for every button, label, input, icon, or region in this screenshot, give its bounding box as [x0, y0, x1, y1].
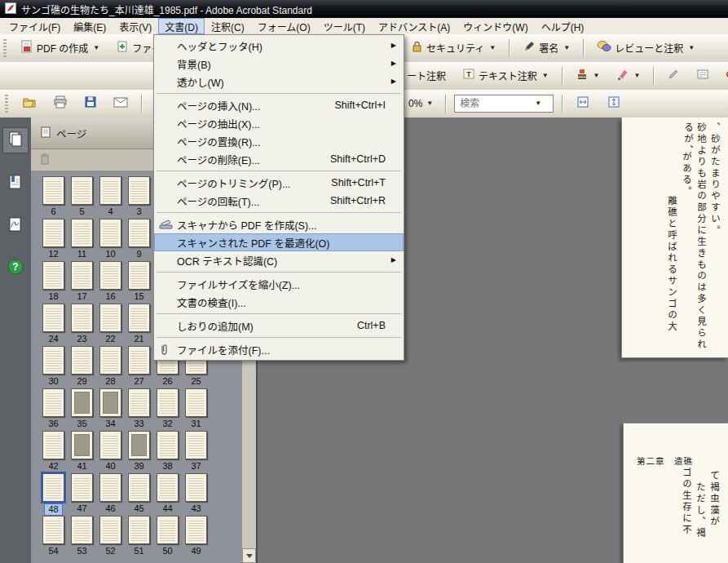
menubar-item[interactable]: アドバンスト(A)	[372, 18, 457, 34]
menu-item[interactable]: しおりの追加(M)Ctrl+B	[154, 317, 404, 335]
menu-item[interactable]: ページの置換(R)...	[154, 132, 404, 150]
pencil-tool-button[interactable]	[662, 64, 685, 86]
page-thumbnail[interactable]: 46	[96, 473, 125, 516]
page-thumbnail[interactable]: 36	[39, 388, 68, 431]
menu-item[interactable]: ヘッダとフッタ(H)▶	[154, 37, 404, 55]
menu-item[interactable]: ページの削除(E)...Shift+Ctrl+D	[154, 150, 404, 168]
page-thumbnail[interactable]: 40	[96, 431, 125, 473]
page-thumbnail[interactable]: 28	[96, 346, 125, 388]
page-thumbnail[interactable]: 16	[96, 261, 125, 304]
menu-item[interactable]: ファイルサイズを縮小(Z)...	[154, 275, 404, 293]
page-thumbnail[interactable]: 27	[125, 346, 153, 388]
page-number: 45	[131, 503, 146, 514]
bookmarks-panel-tab[interactable]	[2, 170, 29, 196]
menubar-item[interactable]: ウィンドウ(W)	[457, 18, 534, 34]
menu-item[interactable]: スキャナから PDF を作成(S)...	[154, 215, 404, 233]
note-tool-button[interactable]: ート注釈	[402, 65, 451, 86]
page-thumbnail[interactable]: 3	[125, 176, 153, 219]
page-thumbnail[interactable]: 10	[96, 219, 125, 261]
howto-help-button[interactable]: ?	[2, 255, 29, 281]
menubar-item[interactable]: 文書(D)	[158, 18, 205, 34]
page-thumbnail[interactable]: 39	[125, 431, 153, 473]
page-thumbnail[interactable]: 53	[68, 516, 96, 558]
menu-item[interactable]: 背景(B)▶	[154, 55, 404, 73]
page-thumbnail[interactable]: 44	[153, 473, 182, 516]
page-thumbnail[interactable]: 5	[68, 176, 96, 219]
text-box-tool-button[interactable]	[691, 64, 714, 86]
page-thumbnail[interactable]: 4	[96, 176, 125, 219]
menubar-item[interactable]: ファイル(F)	[2, 18, 67, 34]
page-thumbnail[interactable]: 43	[182, 473, 210, 516]
page-thumbnail[interactable]: 50	[153, 516, 182, 558]
page-thumbnail[interactable]: 51	[125, 516, 153, 558]
review-comment-button[interactable]: レビューと注釈 ▼	[592, 37, 699, 59]
page-thumbnail[interactable]: 41	[68, 431, 96, 473]
pages-panel-tab[interactable]	[2, 127, 29, 153]
delete-page-button[interactable]	[39, 153, 51, 167]
open-file-button[interactable]	[17, 92, 42, 114]
menu-item-label: ページの挿入(N)...	[177, 98, 261, 113]
sign-button[interactable]: 署名 ▼	[518, 37, 575, 59]
menubar-item[interactable]: ツール(T)	[317, 18, 372, 34]
page-thumbnail[interactable]: 24	[39, 304, 68, 346]
menu-item[interactable]: ページのトリミング(P)...Shift+Ctrl+T	[154, 174, 404, 192]
security-button[interactable]: セキュリティ ▼	[405, 37, 501, 59]
print-button[interactable]	[48, 92, 73, 114]
page-thumbnail[interactable]: 54	[39, 516, 68, 558]
page-thumbnail[interactable]: 6	[39, 176, 68, 219]
text-edits-button[interactable]: T テキスト注釈 ▼	[457, 64, 554, 86]
menu-item[interactable]: 文書の検査(I)...	[154, 293, 404, 311]
menu-item[interactable]: スキャンされた PDF を最適化(O)	[154, 233, 404, 251]
menu-item[interactable]: OCR テキスト認識(C)▶	[154, 251, 404, 269]
create-pdf-button[interactable]: PDF の作成 ▼	[15, 37, 104, 59]
menubar-item[interactable]: 表示(V)	[113, 18, 158, 34]
page-thumbnail[interactable]: 9	[125, 219, 153, 261]
save-button[interactable]	[79, 92, 102, 114]
page-thumbnail[interactable]: 17	[68, 261, 96, 304]
page-thumbnail[interactable]: 21	[125, 304, 153, 346]
page-thumbnail[interactable]: 37	[182, 431, 210, 473]
email-button[interactable]	[108, 93, 133, 113]
fit-width-button[interactable]	[571, 92, 595, 114]
page-thumbnail[interactable]: 11	[68, 219, 96, 261]
page-thumbnail[interactable]: 32	[153, 388, 182, 431]
search-box[interactable]: ▼	[454, 95, 554, 113]
page-thumbnail[interactable]: 47	[68, 473, 96, 516]
page-thumbnail[interactable]: 30	[39, 346, 68, 388]
menu-item[interactable]: 透かし(W)▶	[154, 73, 404, 91]
scroll-down-button[interactable]	[242, 548, 256, 563]
fit-page-button[interactable]	[602, 92, 626, 114]
page-thumbnail[interactable]: 49	[182, 516, 210, 558]
toolbar-grip[interactable]	[5, 95, 8, 113]
page-thumbnail[interactable]: 45	[125, 473, 153, 516]
menubar-item[interactable]: ヘルプ(H)	[535, 18, 591, 34]
page-thumbnail[interactable]: 31	[182, 388, 210, 431]
page-thumbnail[interactable]: 33	[125, 388, 153, 431]
page-thumbnail[interactable]: 34	[96, 388, 125, 431]
menu-item[interactable]: ページの挿入(N)...Shift+Ctrl+I	[154, 96, 404, 114]
page-thumbnail[interactable]: 18	[39, 261, 68, 304]
menubar-item[interactable]: 注釈(C)	[205, 18, 251, 34]
page-thumbnail[interactable]: 12	[39, 219, 68, 261]
menu-item[interactable]: ファイルを添付(F)...	[154, 340, 404, 358]
menubar-item[interactable]: 編集(E)	[67, 18, 113, 34]
menu-item[interactable]: ページの抽出(X)...	[154, 114, 404, 132]
signatures-panel-tab[interactable]	[2, 212, 29, 238]
page-thumbnail[interactable]: 22	[96, 304, 125, 346]
page-thumbnail[interactable]: 38	[153, 431, 182, 473]
zoom-level-control[interactable]: 0% ▼	[404, 95, 437, 112]
page-thumbnail[interactable]: 35	[68, 388, 96, 431]
cloud-tool-button[interactable]	[721, 65, 728, 86]
page-thumbnail[interactable]: 52	[96, 516, 125, 558]
page-thumbnail[interactable]: 15	[125, 261, 153, 304]
stamp-tool-button[interactable]: ▼	[571, 64, 605, 86]
page-thumbnail[interactable]: 29	[68, 346, 96, 388]
highlight-tool-button[interactable]: ▼	[611, 64, 646, 86]
search-input[interactable]	[458, 97, 530, 110]
menu-item[interactable]: ページの回転(T)...Shift+Ctrl+R	[154, 192, 404, 210]
page-thumbnail[interactable]: 42	[39, 431, 68, 473]
page-thumbnail[interactable]: 23	[68, 304, 96, 346]
page-thumbnail[interactable]: 48	[39, 473, 68, 516]
menubar-item[interactable]: フォーム(O)	[251, 18, 317, 34]
toolbar-grip[interactable]	[3, 39, 7, 57]
